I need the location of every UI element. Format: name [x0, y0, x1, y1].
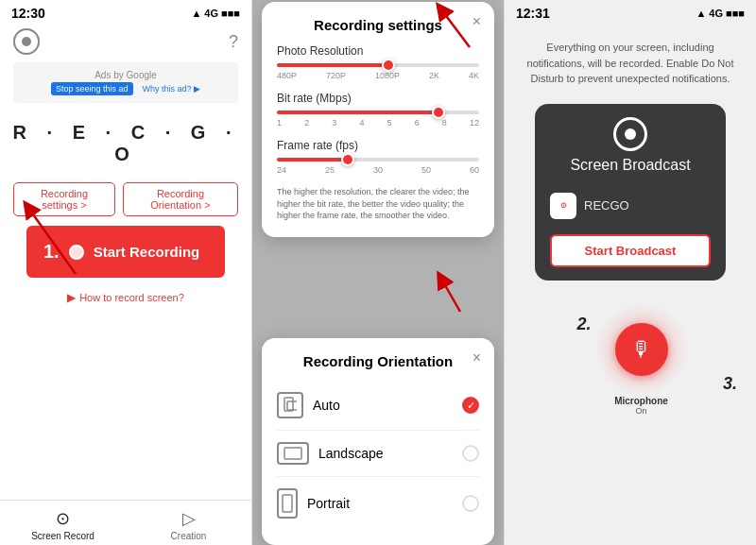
broadcast-card: Screen Broadcast ⊙ RECGO Start Broadcast: [535, 104, 726, 281]
recording-settings-button[interactable]: Recording settings >: [13, 182, 115, 216]
start-recording-label: Start Recording: [94, 244, 200, 260]
tab-creation[interactable]: ▷ Creation: [126, 508, 251, 541]
svg-line-6: [441, 279, 460, 312]
step3-overlay: 3.: [723, 374, 737, 394]
mic-glow-area: 🎙: [599, 307, 684, 392]
tab-creation-label: Creation: [171, 531, 207, 541]
broadcast-card-wrapper: Screen Broadcast ⊙ RECGO Start Broadcast: [520, 96, 741, 288]
auto-label: Auto: [313, 398, 340, 413]
screen-record-tab-icon: ⊙: [56, 508, 70, 529]
bitrate-slider[interactable]: [277, 111, 479, 114]
recording-settings-modal: Recording settings × Photo Resolution 48…: [262, 2, 494, 237]
recording-radio-icon: [69, 245, 84, 260]
status-icons-1: ▲ 4G ■■■: [191, 8, 240, 19]
status-bar-3: 12:31 ▲ 4G ■■■: [505, 0, 756, 25]
tab-screen-record-label: Screen Record: [31, 531, 94, 541]
record-circle-icon: [13, 28, 40, 55]
top-nav-1: ?: [0, 25, 251, 59]
status-bar-1: 12:30 ▲ 4G ■■■: [0, 0, 251, 25]
screen-broadcast-title: Screen Broadcast: [570, 157, 690, 174]
resolution-slider[interactable]: [277, 63, 479, 67]
orientation-portrait[interactable]: Portrait: [277, 477, 479, 530]
app-logo: R · E · C · G · O: [0, 107, 251, 175]
resolution-labels: 480P 720P 1080P 2K 4K: [277, 71, 479, 80]
portrait-label: Portrait: [307, 496, 350, 511]
broadcast-card-title: Screen Broadcast: [550, 117, 711, 174]
ads-area: Ads by Google Stop seeing this ad Why th…: [13, 62, 238, 103]
bitrate-fill: [277, 111, 438, 114]
framerate-fill: [277, 158, 348, 162]
microphone-button[interactable]: 🎙: [615, 323, 668, 376]
how-to-link[interactable]: ▶ How to record screen?: [0, 287, 251, 308]
why-ad-link[interactable]: Why this ad? ▶: [143, 84, 201, 94]
stop-ads-button[interactable]: Stop seeing this ad: [51, 82, 133, 95]
svg-rect-3: [284, 448, 301, 459]
recording-orientation-button[interactable]: Recording Orientation >: [123, 182, 238, 216]
microphone-label: Microphone: [614, 396, 668, 406]
framerate-label: Frame rate (fps): [277, 139, 479, 152]
recgo-app-icon: ⊙: [550, 193, 576, 219]
microphone-icon: 🎙: [631, 337, 652, 362]
framerate-labels: 24 25 30 50 60: [277, 165, 479, 175]
bitrate-thumb[interactable]: [432, 106, 445, 119]
time-3: 12:31: [516, 6, 550, 21]
svg-rect-1: [284, 398, 293, 411]
portrait-check: [462, 495, 479, 512]
portrait-orient-icon: [277, 488, 298, 519]
broadcast-icon: [613, 117, 647, 151]
recgo-label: RECGO: [584, 198, 629, 213]
framerate-thumb[interactable]: [341, 153, 354, 166]
recording-settings-title: Recording settings: [277, 17, 479, 33]
framerate-slider[interactable]: [277, 158, 479, 162]
start-recording-button[interactable]: 1. Start Recording: [26, 226, 225, 278]
settings-buttons-row: Recording settings > Recording Orientati…: [0, 182, 251, 216]
svg-rect-2: [287, 401, 297, 410]
photo-resolution-label: Photo Resolution: [277, 44, 479, 58]
panel-broadcast: 12:31 ▲ 4G ■■■ Everything on your screen…: [505, 0, 756, 545]
step2-number: 2.: [576, 315, 591, 334]
resolution-thumb[interactable]: [382, 59, 395, 72]
landscape-label: Landscape: [318, 446, 384, 461]
panel-screen-record: 12:30 ▲ 4G ■■■ ? Ads by Google Stop seei…: [0, 0, 252, 545]
orientation-title: Recording Orientation: [277, 353, 479, 369]
ads-label: Ads by Google: [21, 70, 231, 80]
step1-number: 1.: [43, 241, 60, 263]
framerate-setting: Frame rate (fps) 24 25 30 50 60: [277, 139, 479, 175]
bitrate-label: Bit rate (Mbps): [277, 92, 479, 105]
auto-check: ✓: [462, 397, 479, 414]
orientation-close[interactable]: ×: [472, 349, 481, 366]
auto-orient-icon: [277, 392, 303, 418]
settings-note: The higher the resolution, the clearer t…: [277, 186, 479, 222]
recording-settings-close[interactable]: ×: [472, 13, 481, 30]
bottom-tabs: ⊙ Screen Record ▷ Creation: [0, 500, 251, 545]
panel-overlays: Recording settings × Photo Resolution 48…: [252, 0, 505, 545]
bitrate-setting: Bit rate (Mbps) 1 2 3 4 5 6 8 12: [277, 92, 479, 128]
creation-tab-icon: ▷: [182, 508, 196, 529]
broadcast-info-text: Everything on your screen, including not…: [505, 25, 756, 96]
start-broadcast-label: Start Broadcast: [585, 244, 677, 258]
bitrate-labels: 1 2 3 4 5 6 8 12: [277, 118, 479, 128]
resolution-setting: Photo Resolution 480P 720P 1080P 2K 4K: [277, 44, 479, 80]
recording-orientation-modal: Recording Orientation × Auto ✓ Landscape: [262, 338, 494, 545]
help-icon: ?: [229, 32, 238, 52]
step3-number: 3.: [723, 374, 737, 393]
youtube-icon: ▶: [67, 291, 76, 304]
mic-on-status: On: [635, 406, 646, 416]
status-icons-3: ▲ 4G ■■■: [696, 8, 745, 19]
start-broadcast-button[interactable]: Start Broadcast: [550, 234, 711, 267]
microphone-area: 2. 🎙 Microphone On: [505, 307, 756, 416]
orientation-landscape[interactable]: Landscape: [277, 431, 479, 477]
landscape-check: [462, 445, 479, 462]
resolution-fill: [277, 63, 388, 67]
orientation-auto[interactable]: Auto ✓: [277, 381, 479, 431]
time-1: 12:30: [11, 6, 45, 21]
mic-container: 🎙 Microphone On: [599, 307, 684, 416]
recgo-row: ⊙ RECGO: [550, 185, 711, 227]
tab-screen-record[interactable]: ⊙ Screen Record: [0, 508, 126, 541]
svg-rect-4: [283, 495, 292, 512]
landscape-orient-icon: [277, 442, 309, 465]
